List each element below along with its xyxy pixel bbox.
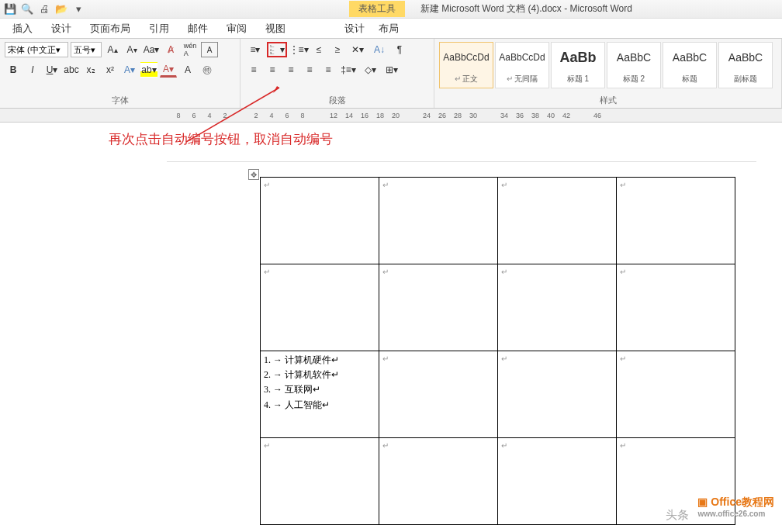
- tab-insert[interactable]: 插入: [12, 22, 33, 36]
- text-effects-button[interactable]: A▾: [121, 62, 138, 78]
- tab-mailings[interactable]: 邮件: [188, 22, 208, 36]
- print-icon[interactable]: 🖨: [37, 2, 51, 16]
- title-bar: 💾 🔍 🖨 📂 ▾ 表格工具 新建 Microsoft Word 文档 (4).…: [0, 0, 782, 19]
- table-move-handle-icon[interactable]: ✥: [248, 169, 259, 180]
- asian-layout-button[interactable]: ✕▾: [348, 42, 368, 57]
- quick-access-toolbar: 💾 🔍 🖨 📂 ▾: [3, 2, 85, 16]
- table-cell[interactable]: ↵: [498, 351, 617, 438]
- word-table[interactable]: ↵ ↵ ↵ ↵ ↵ ↵ ↵ ↵ 1. → 计算机硬件↵ 2. → 计算机软件↵ …: [260, 177, 735, 525]
- enclose-characters-button[interactable]: ㊕: [199, 62, 216, 78]
- font-color-button[interactable]: A▾: [160, 62, 177, 78]
- style-title[interactable]: AaBbC 标题: [663, 42, 717, 88]
- horizontal-ruler[interactable]: 86422468121416182024262830343638404246: [0, 109, 782, 123]
- decrease-indent-button[interactable]: ≤: [310, 42, 327, 57]
- tab-table-design[interactable]: 设计: [344, 22, 365, 36]
- styles-gallery[interactable]: AaBbCcDd 正文 AaBbCcDd 无间隔 AaBb 标题 1 AaBbC…: [439, 42, 777, 88]
- svg-text:3—: 3—: [270, 52, 275, 55]
- superscript-button[interactable]: x²: [102, 62, 119, 78]
- numbering-button[interactable]: 1—2—3—▾: [267, 42, 287, 57]
- styles-group: AaBbCcDd 正文 AaBbCcDd 无间隔 AaBb 标题 1 AaBbC…: [434, 39, 782, 108]
- styles-group-label: 样式: [434, 95, 781, 106]
- table-cell[interactable]: ↵: [261, 264, 379, 351]
- table-row: ↵ ↵ ↵ ↵: [261, 178, 735, 264]
- show-hide-button[interactable]: ¶: [391, 42, 408, 57]
- line-spacing-button[interactable]: ‡≡▾: [338, 62, 358, 78]
- shading-button[interactable]: ◇▾: [360, 62, 380, 78]
- qat-dropdown-icon[interactable]: ▾: [71, 2, 85, 16]
- tab-design[interactable]: 设计: [51, 22, 71, 36]
- document-title: 新建 Microsoft Word 文档 (4).docx - Microsof…: [420, 2, 632, 16]
- table-cell[interactable]: ↵: [498, 438, 617, 525]
- font-group: 宋体 (中文正▾ 五号▾ A▴ A▾ Aa▾ A̷ wénA A B I U▾ …: [0, 39, 240, 108]
- tab-table-layout[interactable]: 布局: [379, 22, 399, 36]
- table-cell[interactable]: ↵: [379, 438, 498, 525]
- table-tools-label: 表格工具: [349, 1, 405, 17]
- font-size-combo[interactable]: 五号▾: [71, 42, 102, 57]
- style-heading1[interactable]: AaBb 标题 1: [551, 42, 605, 88]
- table-cell[interactable]: ↵: [261, 178, 379, 264]
- strikethrough-button[interactable]: abc: [63, 62, 80, 78]
- borders-button[interactable]: ⊞▾: [382, 62, 402, 78]
- style-normal[interactable]: AaBbCcDd 正文: [439, 42, 493, 88]
- table-cell-with-list[interactable]: 1. → 计算机硬件↵ 2. → 计算机软件↵ 3. → 互联网↵ 4. → 人…: [261, 351, 379, 438]
- paragraph-group-label: 段落: [240, 95, 434, 106]
- sort-button[interactable]: A↓: [369, 42, 389, 57]
- watermark-office: ▣ Office教程网 www.office26.com: [697, 496, 774, 518]
- font-name-combo[interactable]: 宋体 (中文正▾: [5, 42, 68, 57]
- font-group-label: 字体: [0, 95, 240, 106]
- change-case-button[interactable]: Aa▾: [143, 42, 160, 57]
- table-cell[interactable]: ↵: [379, 178, 498, 264]
- style-heading2[interactable]: AaBbC 标题 2: [607, 42, 661, 88]
- tab-references[interactable]: 引用: [149, 22, 169, 36]
- align-right-button[interactable]: ≡: [282, 62, 299, 78]
- table-row: ↵ ↵ ↵ ↵: [261, 264, 735, 351]
- bold-button[interactable]: B: [5, 62, 22, 78]
- paragraph-group: ≡▾ 1—2—3—▾ ⋮≡▾ ≤ ≥ ✕▾ A↓ ¶ ≡ ≡ ≡ ≡ ≡ ‡≡▾…: [240, 39, 434, 108]
- document-area[interactable]: 再次点击自动编号按钮，取消自动编号 ✥ ↵ ↵ ↵ ↵ ↵ ↵ ↵ ↵ 1. →…: [0, 123, 782, 532]
- ribbon: 宋体 (中文正▾ 五号▾ A▴ A▾ Aa▾ A̷ wénA A B I U▾ …: [0, 39, 782, 109]
- align-center-button[interactable]: ≡: [264, 62, 281, 78]
- underline-button[interactable]: U▾: [43, 62, 61, 78]
- table-row: ↵ ↵ ↵ ↵: [261, 438, 735, 525]
- print-preview-icon[interactable]: 🔍: [20, 2, 34, 16]
- align-left-button[interactable]: ≡: [245, 62, 262, 78]
- table-cell[interactable]: ↵: [617, 351, 735, 438]
- style-nospacing[interactable]: AaBbCcDd 无间隔: [495, 42, 549, 88]
- open-icon[interactable]: 📂: [54, 2, 68, 16]
- table-cell[interactable]: ↵: [498, 178, 617, 264]
- table-cell[interactable]: ↵: [617, 264, 735, 351]
- character-border-button[interactable]: A: [201, 42, 218, 57]
- tab-view[interactable]: 视图: [265, 22, 285, 36]
- subscript-button[interactable]: x₂: [82, 62, 99, 78]
- annotation-text: 再次点击自动编号按钮，取消自动编号: [109, 130, 333, 148]
- svg-text:2—: 2—: [270, 49, 275, 52]
- svg-text:1—: 1—: [270, 45, 275, 48]
- multilevel-list-button[interactable]: ⋮≡▾: [289, 42, 309, 57]
- italic-button[interactable]: I: [24, 62, 41, 78]
- bullets-button[interactable]: ≡▾: [245, 42, 265, 57]
- table-cell[interactable]: ↵: [498, 264, 617, 351]
- table-cell[interactable]: ↵: [261, 438, 379, 525]
- table-cell[interactable]: ↵: [617, 178, 735, 264]
- increase-indent-button[interactable]: ≥: [329, 42, 346, 57]
- table-cell[interactable]: ↵: [379, 351, 498, 438]
- grow-font-button[interactable]: A▴: [104, 42, 121, 57]
- distributed-button[interactable]: ≡: [320, 62, 337, 78]
- character-shading-button[interactable]: A: [179, 62, 196, 78]
- shrink-font-button[interactable]: A▾: [123, 42, 140, 57]
- tab-pagelayout[interactable]: 页面布局: [90, 22, 130, 36]
- highlight-button[interactable]: ab▾: [140, 62, 157, 78]
- ribbon-tabs: 插入 设计 页面布局 引用 邮件 审阅 视图 设计 布局: [0, 19, 782, 39]
- phonetic-guide-button[interactable]: wénA: [182, 42, 199, 57]
- watermark-toutiao: 头条: [666, 508, 689, 523]
- justify-button[interactable]: ≡: [301, 62, 318, 78]
- save-icon[interactable]: 💾: [3, 2, 17, 16]
- clear-formatting-button[interactable]: A̷: [162, 42, 179, 57]
- style-subtitle[interactable]: AaBbC 副标题: [718, 42, 773, 88]
- table-cell[interactable]: ↵: [379, 264, 498, 351]
- table-row: 1. → 计算机硬件↵ 2. → 计算机软件↵ 3. → 互联网↵ 4. → 人…: [261, 351, 735, 438]
- tab-review[interactable]: 审阅: [227, 22, 247, 36]
